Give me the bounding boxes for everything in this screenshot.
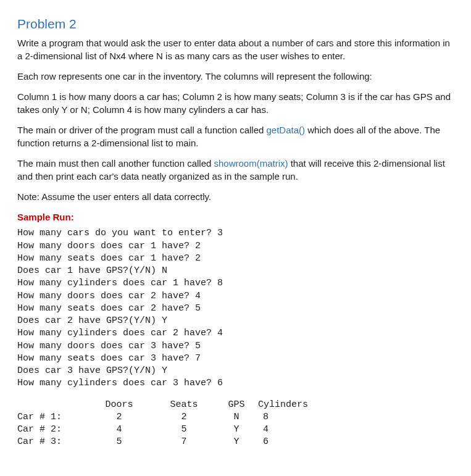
function-getdata: getData() xyxy=(267,125,306,135)
header-cylinders: Cylinders xyxy=(258,399,332,411)
cell-seats: 7 xyxy=(153,436,215,448)
cell-gps: Y xyxy=(215,424,258,436)
cell-seats: 2 xyxy=(153,411,215,424)
table-row: Car # 2:45Y4 xyxy=(17,424,454,436)
cell-cylinders: 4 xyxy=(258,424,337,436)
table-header-row: Doors Seats GPS Cylinders xyxy=(17,399,454,411)
function-showroom: showroom(matrix) xyxy=(214,158,288,169)
table-row: Car # 3:57Y6 xyxy=(17,436,454,448)
cell-cylinders: 8 xyxy=(258,411,337,424)
text-frag: The main or driver of the program must c… xyxy=(17,125,267,135)
paragraph-showroom: The main must then call another function… xyxy=(17,157,454,183)
header-gps: GPS xyxy=(215,399,258,411)
sample-run-output: How many cars do you want to enter? 3 Ho… xyxy=(17,227,454,390)
header-blank xyxy=(17,399,85,411)
cell-doors: 2 xyxy=(85,411,153,424)
cell-gps: N xyxy=(215,411,258,424)
paragraph-row-desc: Each row represents one car in the inven… xyxy=(17,70,454,83)
cell-car-label: Car # 1: xyxy=(17,411,85,424)
cell-gps: Y xyxy=(215,436,258,448)
paragraph-intro: Write a program that would ask the user … xyxy=(17,36,454,62)
paragraph-getdata: The main or driver of the program must c… xyxy=(17,123,454,149)
cell-seats: 5 xyxy=(153,424,215,436)
paragraph-note: Note: Assume the user enters all data co… xyxy=(17,190,454,203)
problem-title: Problem 2 xyxy=(17,15,454,33)
cell-doors: 4 xyxy=(85,424,153,436)
output-table: Doors Seats GPS Cylinders Car # 1:22N8Ca… xyxy=(17,399,454,449)
cell-car-label: Car # 2: xyxy=(17,424,85,436)
table-row: Car # 1:22N8 xyxy=(17,411,454,424)
header-seats: Seats xyxy=(153,399,215,411)
cell-doors: 5 xyxy=(85,436,153,448)
paragraph-columns: Column 1 is how many doors a car has; Co… xyxy=(17,90,454,116)
cell-cylinders: 6 xyxy=(258,436,337,448)
text-frag: The main must then call another function… xyxy=(17,158,214,169)
header-doors: Doors xyxy=(85,399,153,411)
sample-run-label: Sample Run: xyxy=(17,211,454,223)
cell-car-label: Car # 3: xyxy=(17,436,85,448)
